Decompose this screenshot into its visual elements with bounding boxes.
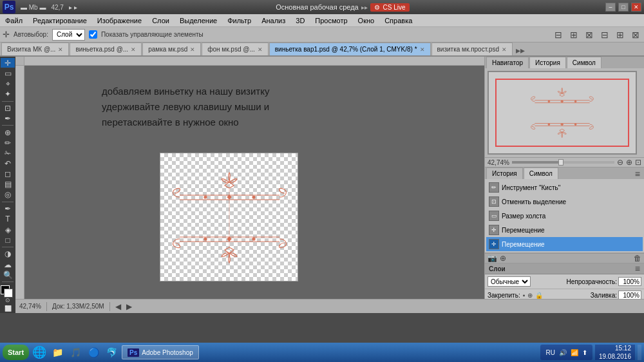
taskbar-ps-app[interactable]: Ps Adobe Photoshop: [122, 345, 199, 359]
zoom-tool-btn[interactable]: 🔍: [1, 270, 15, 280]
pen-tool[interactable]: ✒: [1, 204, 15, 214]
menu-filter[interactable]: Фильтр: [225, 17, 254, 24]
history-brush-tool[interactable]: ↶: [1, 159, 15, 169]
tabs-more-icon[interactable]: ▸▸: [516, 45, 525, 55]
tab-0[interactable]: Визитка МК @... ✕: [1, 43, 69, 55]
zoom-out-icon[interactable]: ⊖: [617, 158, 623, 167]
marquee-tool[interactable]: ▭: [1, 68, 15, 78]
show-desktop-btn[interactable]: [638, 345, 641, 360]
status-arrow-right[interactable]: ▶: [126, 302, 132, 311]
eraser-tool[interactable]: ◻: [1, 169, 15, 179]
menu-analysis[interactable]: Анализ: [259, 17, 288, 24]
menu-layers[interactable]: Слои: [149, 17, 172, 24]
align-icon-3[interactable]: ⊠: [585, 30, 593, 40]
tab-symbol-2[interactable]: Символ: [524, 167, 558, 179]
shape-tool[interactable]: □: [1, 235, 15, 245]
status-arrow-left[interactable]: ◀: [115, 302, 121, 311]
taskbar-usb-icon[interactable]: ⬆: [582, 349, 587, 356]
start-button[interactable]: Start: [3, 345, 29, 360]
history-delete-icon[interactable]: 🗑: [634, 254, 641, 263]
taskbar-icon-ie[interactable]: 🌐: [32, 345, 47, 360]
menu-edit[interactable]: Редактирование: [30, 17, 90, 24]
move-tool-icon[interactable]: ✛: [3, 30, 10, 39]
3d-tool[interactable]: ◑: [1, 249, 15, 259]
minimize-button[interactable]: –: [605, 3, 616, 12]
tab-symbol[interactable]: Символ: [567, 57, 601, 68]
screen-mode-btn[interactable]: ⬜: [5, 305, 12, 312]
close-button[interactable]: ✕: [631, 3, 641, 12]
tab-history[interactable]: История: [529, 57, 566, 68]
tab-3[interactable]: фон мк.psd @... ✕: [202, 43, 269, 55]
history-item-4[interactable]: ✛ Перемещение: [486, 237, 643, 251]
lock-pixel-icon[interactable]: ▪: [523, 292, 526, 299]
zoom-in-icon[interactable]: ⊕: [626, 158, 632, 167]
history-panel-menu[interactable]: ≡: [635, 169, 643, 179]
clone-tool[interactable]: ✁: [1, 148, 15, 158]
gradient-tool[interactable]: ▤: [1, 180, 15, 189]
taskbar-vol-icon[interactable]: 🔊: [559, 349, 567, 356]
tab-4[interactable]: виньетка вар1.psd @ 42,7% (Слой 1, CMYK/…: [269, 43, 431, 55]
tab-navigator[interactable]: Навигатор: [486, 57, 529, 68]
show-controls-checkbox[interactable]: [89, 30, 97, 39]
align-icon-4[interactable]: ⊟: [601, 30, 609, 40]
eyedropper-tool[interactable]: ✒: [1, 113, 15, 123]
taskbar-icon-chrome[interactable]: 🔵: [86, 345, 101, 360]
menu-window[interactable]: Окно: [355, 17, 377, 24]
menu-view[interactable]: Просмотр: [312, 17, 350, 24]
lasso-tool[interactable]: ⌖: [1, 79, 15, 88]
tab-0-close[interactable]: ✕: [58, 46, 63, 53]
text-tool[interactable]: T: [1, 214, 15, 224]
menu-file[interactable]: Файл: [3, 17, 25, 24]
spot-heal-tool[interactable]: ⊕: [1, 128, 15, 137]
menu-select[interactable]: Выделение: [177, 17, 220, 24]
history-item-3[interactable]: ✛ Перемещение: [486, 223, 643, 237]
taskbar-icon-folder[interactable]: 📁: [50, 345, 65, 360]
align-icon-1[interactable]: ⊟: [554, 30, 562, 40]
tab-3-close[interactable]: ✕: [258, 46, 263, 53]
tab-4-close[interactable]: ✕: [420, 46, 425, 53]
tab-2[interactable]: рамка мк.psd ✕: [142, 43, 201, 55]
layers-panel-menu[interactable]: ≡: [635, 263, 640, 274]
cs-live-btn[interactable]: ⚙ CS Live: [370, 3, 410, 12]
opacity-input[interactable]: [618, 277, 641, 286]
tab-history-2[interactable]: История: [486, 167, 523, 179]
quick-mask-btn[interactable]: ⊙: [5, 297, 10, 303]
tab-1-close[interactable]: ✕: [131, 46, 136, 53]
history-item-2[interactable]: ▭ Размер холста: [486, 209, 643, 223]
tab-5-close[interactable]: ✕: [502, 46, 507, 53]
blend-mode-select[interactable]: Обычные: [488, 276, 531, 287]
color-swatches[interactable]: [1, 285, 15, 295]
taskbar-icon-media[interactable]: 🎵: [68, 345, 83, 360]
align-icon-5[interactable]: ⊞: [616, 30, 624, 40]
history-item-0[interactable]: ✏ Инструмент "Кисть": [486, 180, 643, 195]
taskbar-net-icon[interactable]: 📶: [571, 349, 578, 356]
taskbar-clock[interactable]: 15:12 19.08.2016: [595, 345, 635, 360]
lock-position-icon[interactable]: ⊕: [527, 292, 533, 299]
menu-3d[interactable]: 3D: [293, 17, 307, 24]
brush-tool[interactable]: ✏: [1, 138, 15, 148]
crop-tool[interactable]: ⊡: [1, 103, 15, 113]
move-tool[interactable]: ✛: [1, 58, 15, 68]
menu-image[interactable]: Изображение: [95, 17, 144, 24]
tab-2-close[interactable]: ✕: [190, 46, 195, 53]
align-icon-6[interactable]: ⊠: [632, 30, 639, 40]
restore-button[interactable]: □: [618, 3, 629, 12]
magic-wand-tool[interactable]: ✦: [1, 89, 15, 99]
zoom-thumb[interactable]: [558, 159, 564, 166]
background-color[interactable]: [4, 289, 13, 298]
zoom-fit-icon[interactable]: ⊡: [635, 158, 641, 167]
align-icon-2[interactable]: ⊞: [570, 30, 578, 40]
history-create-layer-icon[interactable]: ⊕: [500, 254, 506, 263]
tab-5[interactable]: визитка мк.прост.psd ✕: [431, 43, 513, 55]
tab-1[interactable]: виньетка.psd @... ✕: [70, 43, 142, 55]
lock-all-icon[interactable]: 🔒: [535, 292, 543, 299]
menu-help[interactable]: Справка: [382, 17, 415, 24]
fill-input[interactable]: [618, 291, 641, 299]
path-select-tool[interactable]: ◈: [1, 225, 15, 234]
history-snapshot-icon[interactable]: 📷: [488, 254, 497, 263]
taskbar-icon-dolphin[interactable]: 🐬: [104, 345, 119, 360]
dodge-tool[interactable]: ◎: [1, 190, 15, 200]
history-item-1[interactable]: ⊡ Отменить выделение: [486, 195, 643, 209]
view-tool[interactable]: ☁: [1, 260, 15, 269]
auto-select-dropdown[interactable]: Слой: [52, 29, 85, 41]
